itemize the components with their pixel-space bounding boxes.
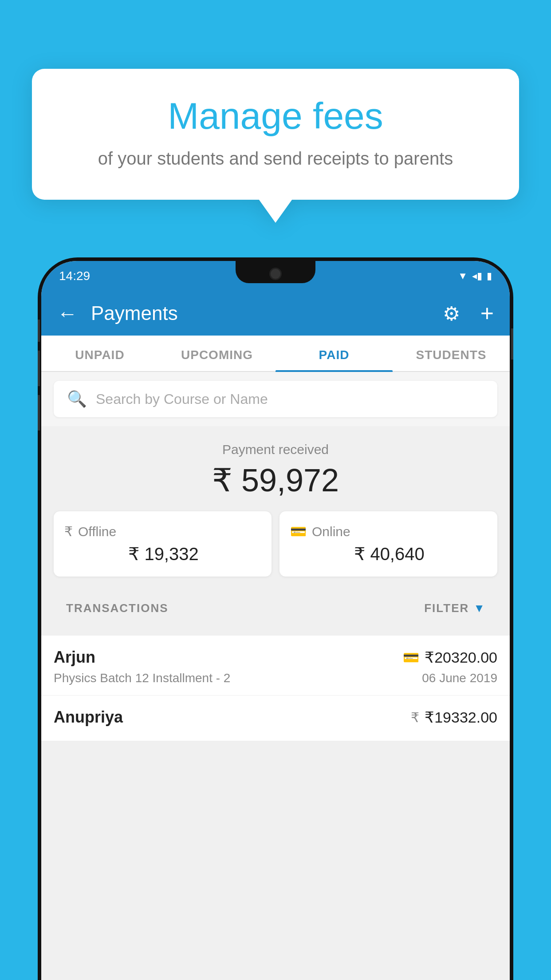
transactions-header: TRANSACTIONS FILTER ▼ bbox=[54, 589, 497, 623]
app-bar: ← Payments ⚙ + bbox=[41, 291, 510, 336]
tab-unpaid[interactable]: UNPAID bbox=[41, 336, 158, 371]
phone-frame: 14:29 ▼ ◂▮ ▮ ← Payments ⚙ + UNPAID UPCOM… bbox=[38, 257, 513, 980]
filter-button[interactable]: FILTER ▼ bbox=[424, 601, 485, 615]
phone-notch bbox=[236, 261, 315, 283]
search-icon: 🔍 bbox=[67, 390, 87, 408]
transaction-row-top: Anupriya ₹ ₹19332.00 bbox=[54, 708, 497, 727]
transaction-amount: ₹20320.00 bbox=[425, 648, 497, 666]
signal-icon: ◂▮ bbox=[472, 270, 482, 282]
silent-button bbox=[38, 395, 40, 431]
payment-mode-icon: ₹ bbox=[411, 710, 419, 725]
tab-paid[interactable]: PAID bbox=[276, 336, 393, 371]
power-button bbox=[511, 328, 513, 360]
payment-cards: ₹ Offline ₹ 19,332 💳 Online ₹ 40,640 bbox=[54, 511, 497, 589]
volume-up-button bbox=[38, 320, 40, 342]
wifi-icon: ▼ bbox=[458, 270, 468, 282]
tab-students[interactable]: STUDENTS bbox=[393, 336, 510, 371]
online-card-header: 💳 Online bbox=[290, 524, 487, 539]
back-button[interactable]: ← bbox=[57, 301, 78, 325]
payment-summary: Payment received ₹ 59,972 ₹ Offline ₹ 19… bbox=[41, 426, 510, 636]
transaction-amount: ₹19332.00 bbox=[425, 708, 497, 726]
transaction-row-top: Arjun 💳 ₹20320.00 bbox=[54, 648, 497, 667]
online-card: 💳 Online ₹ 40,640 bbox=[279, 511, 497, 577]
online-icon: 💳 bbox=[290, 524, 307, 539]
filter-icon: ▼ bbox=[473, 601, 485, 615]
search-container: 🔍 Search by Course or Name bbox=[41, 372, 510, 426]
online-amount: ₹ 40,640 bbox=[290, 544, 487, 564]
search-bar[interactable]: 🔍 Search by Course or Name bbox=[54, 381, 497, 417]
transaction-list: Arjun 💳 ₹20320.00 Physics Batch 12 Insta… bbox=[41, 636, 510, 741]
online-label: Online bbox=[312, 524, 350, 539]
offline-icon: ₹ bbox=[64, 524, 73, 539]
battery-icon: ▮ bbox=[487, 270, 492, 282]
filter-label: FILTER bbox=[424, 601, 469, 615]
transaction-detail: Physics Batch 12 Installment - 2 bbox=[54, 671, 230, 685]
add-button[interactable]: + bbox=[480, 300, 494, 327]
offline-label: Offline bbox=[78, 524, 116, 539]
payment-received-label: Payment received bbox=[54, 442, 497, 457]
app-bar-title: Payments bbox=[91, 302, 429, 324]
transaction-name: Anupriya bbox=[54, 708, 123, 727]
status-time: 14:29 bbox=[59, 269, 90, 283]
offline-amount: ₹ 19,332 bbox=[64, 544, 261, 564]
offline-card: ₹ Offline ₹ 19,332 bbox=[54, 511, 272, 577]
volume-down-button bbox=[38, 351, 40, 386]
tabs: UNPAID UPCOMING PAID STUDENTS bbox=[41, 336, 510, 372]
payment-amount: ₹ 59,972 bbox=[54, 462, 497, 499]
phone-camera bbox=[269, 268, 282, 280]
speech-bubble-card: Manage fees of your students and send re… bbox=[32, 69, 519, 200]
transaction-row-bottom: Physics Batch 12 Installment - 2 06 June… bbox=[54, 671, 497, 685]
tab-upcoming[interactable]: UPCOMING bbox=[158, 336, 276, 371]
transactions-label: TRANSACTIONS bbox=[66, 601, 169, 615]
transaction-name: Arjun bbox=[54, 648, 95, 667]
transaction-item[interactable]: Arjun 💳 ₹20320.00 Physics Batch 12 Insta… bbox=[41, 636, 510, 695]
payment-mode-icon: 💳 bbox=[403, 650, 419, 665]
status-icons: ▼ ◂▮ ▮ bbox=[458, 270, 492, 282]
speech-bubble-subtitle: of your students and send receipts to pa… bbox=[63, 149, 488, 169]
transaction-amount-container: 💳 ₹20320.00 bbox=[403, 648, 497, 666]
phone-screen: 14:29 ▼ ◂▮ ▮ ← Payments ⚙ + UNPAID UPCOM… bbox=[41, 261, 510, 980]
transaction-item[interactable]: Anupriya ₹ ₹19332.00 bbox=[41, 695, 510, 741]
search-placeholder: Search by Course or Name bbox=[96, 391, 268, 407]
settings-icon[interactable]: ⚙ bbox=[443, 302, 460, 325]
speech-bubble-title: Manage fees bbox=[63, 95, 488, 136]
offline-card-header: ₹ Offline bbox=[64, 524, 261, 539]
transaction-amount-container: ₹ ₹19332.00 bbox=[411, 708, 497, 726]
transaction-date: 06 June 2019 bbox=[422, 671, 497, 685]
